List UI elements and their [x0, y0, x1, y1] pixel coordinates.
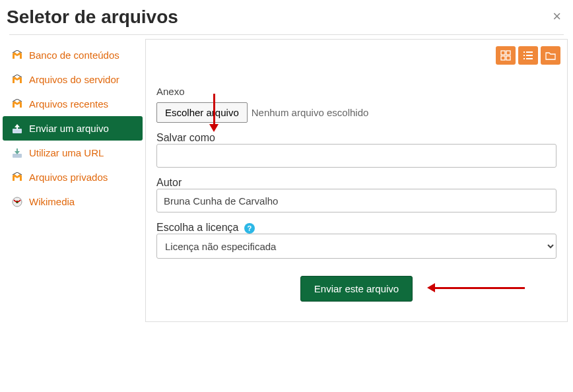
view-toggle-group: [496, 46, 560, 65]
sidebar-item-label: Banco de conteúdos: [29, 49, 119, 61]
main-panel: Anexo Escolher arquivo Nenhum arquivo es…: [145, 39, 568, 322]
license-label-text: Escolha a licença: [156, 222, 239, 233]
svg-rect-8: [523, 51, 525, 53]
license-label: Escolha a licença ?: [156, 222, 255, 233]
save-as-input[interactable]: [156, 144, 556, 168]
file-status-text: Nenhum arquivo escolhido: [252, 107, 369, 118]
sidebar-item-private-files[interactable]: Arquivos privados: [3, 165, 143, 189]
sidebar-item-label: Utilizar uma URL: [29, 147, 104, 158]
wikimedia-icon: [12, 197, 22, 207]
sidebar-item-wikimedia[interactable]: Wikimedia: [3, 189, 143, 214]
sidebar-item-content-bank[interactable]: Banco de conteúdos: [3, 43, 143, 67]
svg-rect-11: [526, 55, 533, 56]
upload-icon: [12, 123, 22, 134]
sidebar-item-label: Enviar um arquivo: [29, 123, 109, 134]
choose-file-button[interactable]: Escolher arquivo: [156, 102, 248, 123]
svg-rect-5: [506, 51, 510, 55]
view-tree-button[interactable]: [541, 46, 560, 65]
author-label: Autor: [156, 177, 182, 188]
list-icon: [523, 50, 533, 61]
sidebar-item-url-downloader[interactable]: Utilizar uma URL: [3, 141, 143, 165]
author-input[interactable]: [156, 189, 556, 212]
sidebar-item-upload-file[interactable]: Enviar um arquivo: [3, 116, 143, 141]
moodle-icon: [12, 75, 22, 85]
dialog-title: Seletor de arquivos: [7, 7, 178, 28]
moodle-icon: [12, 172, 22, 183]
svg-rect-12: [523, 58, 525, 59]
svg-rect-6: [501, 56, 505, 60]
sidebar-item-label: Wikimedia: [29, 196, 75, 207]
repository-sidebar: Banco de conteúdos Arquivos do servidor …: [0, 39, 145, 322]
view-details-button[interactable]: [518, 46, 538, 65]
license-select[interactable]: Licença não especificada: [156, 234, 556, 259]
view-icons-button[interactable]: [496, 46, 516, 65]
sidebar-item-label: Arquivos privados: [29, 172, 108, 183]
sidebar-item-label: Arquivos recentes: [29, 98, 108, 110]
sidebar-item-server-files[interactable]: Arquivos do servidor: [3, 67, 143, 92]
sidebar-item-label: Arquivos do servidor: [29, 74, 119, 85]
download-icon: [12, 148, 22, 158]
upload-submit-button[interactable]: Enviar este arquivo: [300, 276, 413, 302]
annotation-arrow-left: [427, 285, 526, 292]
header-divider: [9, 34, 564, 35]
close-button[interactable]: ×: [550, 7, 564, 26]
svg-rect-4: [501, 51, 505, 55]
help-icon[interactable]: ?: [244, 223, 255, 234]
folder-icon: [545, 50, 556, 61]
attachment-label: Anexo: [156, 86, 556, 97]
save-as-label: Salvar como: [156, 132, 215, 143]
svg-rect-0: [13, 129, 22, 133]
svg-rect-7: [506, 56, 510, 60]
grid-icon: [500, 50, 511, 61]
svg-rect-10: [523, 55, 525, 56]
sidebar-item-recent-files[interactable]: Arquivos recentes: [3, 92, 143, 116]
moodle-icon: [12, 99, 22, 110]
svg-rect-13: [526, 58, 533, 59]
moodle-icon: [12, 50, 22, 61]
svg-rect-9: [526, 51, 533, 53]
